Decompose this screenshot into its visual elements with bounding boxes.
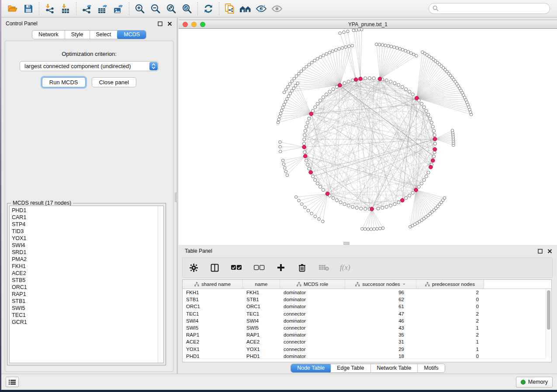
cell-predecessor-nodes: 2 <box>416 289 484 296</box>
mcds-node-rap1[interactable]: RAP1 <box>12 291 157 298</box>
mcds-node-phd1[interactable]: PHD1 <box>12 207 157 214</box>
table-vertical-scrollbar[interactable] <box>546 289 551 358</box>
control-panel: Control Panel NetworkStyleSelectMCDS Opt… <box>1 18 177 374</box>
open-button[interactable] <box>5 2 21 16</box>
refresh-button[interactable] <box>201 2 216 16</box>
delete-column-button[interactable] <box>296 261 308 275</box>
duplicate-network-button[interactable] <box>222 2 238 16</box>
shared-column-icon <box>355 282 360 286</box>
zoom-fit-button[interactable] <box>163 2 179 16</box>
maximize-window-button[interactable] <box>200 22 205 27</box>
delete-table-button[interactable] <box>317 261 330 275</box>
zoom-selected-button[interactable] <box>179 2 195 16</box>
export-network-button[interactable] <box>79 2 95 16</box>
mcds-node-stp4[interactable]: STP4 <box>12 221 157 228</box>
node-table: shared namenameMCDS rolesuccessor nodes⌄… <box>182 279 552 362</box>
column-label: shared name <box>201 282 231 287</box>
column-header-mcds-role[interactable]: MCDS role <box>280 280 345 289</box>
float-panel-button[interactable] <box>157 21 163 27</box>
search-input[interactable] <box>429 3 550 14</box>
cell-name: YOX1 <box>243 346 280 353</box>
mcds-node-stb1[interactable]: STB1 <box>12 298 157 305</box>
table-row-yox1[interactable]: YOX1YOX1connector291 <box>183 346 551 353</box>
criterion-dropdown[interactable]: largest connected component (undirected) <box>20 61 159 71</box>
splitter-grip[interactable] <box>175 193 177 202</box>
save-button[interactable] <box>21 2 36 16</box>
criterion-value: largest connected component (undirected) <box>20 63 149 69</box>
column-layout-icon <box>211 264 219 272</box>
mcds-node-swi5[interactable]: SWI5 <box>12 305 157 312</box>
add-column-button[interactable] <box>275 261 287 275</box>
table-row-tec1[interactable]: TEC1TEC1connector472 <box>183 310 551 317</box>
column-header-successor-nodes[interactable]: successor nodes⌄ <box>345 280 416 289</box>
table-row-stb1[interactable]: STB1STB1dominator620 <box>183 296 551 303</box>
float-table-panel-button[interactable] <box>537 248 543 254</box>
tab-select[interactable]: Select <box>90 31 118 39</box>
column-layout-button[interactable] <box>209 261 220 275</box>
hide-selected-button[interactable] <box>253 2 269 16</box>
trash-icon <box>298 264 306 272</box>
close-table-panel-button[interactable] <box>547 248 553 254</box>
tab-edge-table[interactable]: Edge Table <box>331 364 370 372</box>
memory-button[interactable]: Memory <box>516 377 553 388</box>
mcds-node-srd1[interactable]: SRD1 <box>12 249 157 256</box>
tab-node-table[interactable]: Node Table <box>291 364 331 373</box>
tab-mcds[interactable]: MCDS <box>117 30 146 39</box>
minimize-window-button[interactable] <box>191 22 197 27</box>
import-table-button[interactable] <box>58 2 73 16</box>
table-row-rap1[interactable]: RAP1RAP1dominator352 <box>183 331 551 338</box>
first-neighbors-button[interactable] <box>238 2 253 16</box>
mcds-node-tec1[interactable]: TEC1 <box>12 312 157 319</box>
cell-shared-name: TEC1 <box>183 310 243 317</box>
scrollbar-thumb[interactable] <box>547 290 550 330</box>
mcds-node-stb5[interactable]: STB5 <box>12 277 157 284</box>
tab-network[interactable]: Network <box>32 31 65 39</box>
column-header-shared-name[interactable]: shared name <box>183 280 243 289</box>
table-row-swi4[interactable]: SWI4SWI4dominator462 <box>183 317 551 324</box>
mcds-node-swi4[interactable]: SWI4 <box>12 242 157 249</box>
export-table-button[interactable] <box>95 2 111 16</box>
zoom-out-icon <box>150 3 161 14</box>
mcds-node-orc1[interactable]: ORC1 <box>12 284 157 291</box>
network-window-titlebar[interactable]: YPA_prune.txt_1 <box>179 20 557 29</box>
mcds-node-pma2[interactable]: PMA2 <box>12 256 157 263</box>
mcds-node-tid3[interactable]: TID3 <box>12 228 157 235</box>
cell-mcds-role: dominator <box>280 303 345 310</box>
zoom-in-button[interactable] <box>132 2 148 16</box>
plus-icon <box>277 264 285 272</box>
function-builder-label[interactable]: f(x) <box>340 263 350 272</box>
column-header-predecessor-nodes[interactable]: predecessor nodes <box>416 280 484 289</box>
horizontal-splitter-grip[interactable] <box>343 242 349 245</box>
close-window-button[interactable] <box>183 22 188 27</box>
show-tasks-button[interactable] <box>6 377 19 387</box>
table-row-swi5[interactable]: SWI5SWI5connector431 <box>183 324 551 331</box>
tab-network-table[interactable]: Network Table <box>371 364 418 372</box>
select-all-button[interactable] <box>230 261 243 275</box>
mcds-node-gcr1[interactable]: GCR1 <box>12 319 157 326</box>
mcds-node-car1[interactable]: CAR1 <box>12 214 157 221</box>
zoom-out-button[interactable] <box>148 2 163 16</box>
tab-style[interactable]: Style <box>65 31 90 39</box>
import-network-button[interactable] <box>42 2 58 16</box>
mcds-node-ace2[interactable]: ACE2 <box>12 270 157 277</box>
vertical-splitter[interactable] <box>177 18 178 374</box>
cell-predecessor-nodes: 1 <box>416 338 484 345</box>
close-panel-action-button[interactable]: Close panel <box>92 77 137 87</box>
deselect-all-button[interactable] <box>253 261 266 275</box>
export-image-button[interactable] <box>111 2 126 16</box>
table-row-orc1[interactable]: ORC1ORC1dominator610 <box>183 303 551 310</box>
table-settings-button[interactable] <box>188 261 199 275</box>
table-row-ace2[interactable]: ACE2ACE2connector311 <box>183 338 551 345</box>
cell-shared-name: SWI4 <box>183 317 243 324</box>
table-horizontal-scrollbar[interactable] <box>183 358 546 362</box>
show-all-button[interactable] <box>269 2 285 16</box>
network-canvas[interactable] <box>179 29 557 245</box>
mcds-list-scrollbar[interactable] <box>158 206 163 363</box>
run-mcds-button[interactable]: Run MCDS <box>42 77 86 87</box>
tab-motifs[interactable]: Motifs <box>418 364 444 372</box>
close-panel-button[interactable] <box>166 21 173 27</box>
mcds-node-fkh1[interactable]: FKH1 <box>12 263 157 270</box>
mcds-node-yox1[interactable]: YOX1 <box>12 235 157 242</box>
column-header-name[interactable]: name <box>243 280 280 289</box>
table-row-fkh1[interactable]: FKH1FKH1dominator962 <box>183 289 551 296</box>
